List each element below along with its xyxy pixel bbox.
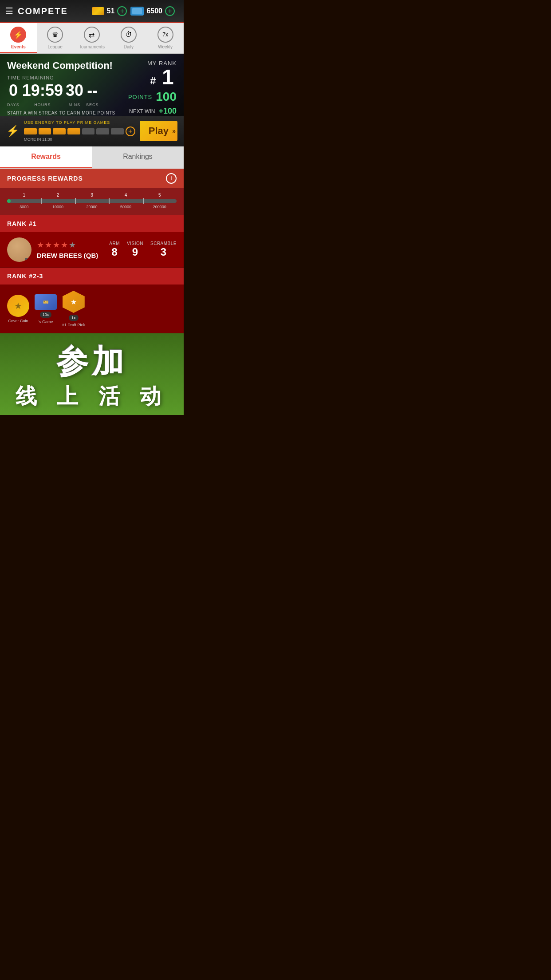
reward-coin-name: Cover Coin	[8, 319, 28, 323]
secs-unit: -- SECS	[86, 81, 99, 108]
tab-weekly[interactable]: 7x Weekly	[147, 23, 184, 53]
gold-amount: 51	[107, 7, 115, 15]
player-stats: ARM 8 VISION 9 SCRAMBLE 3	[109, 241, 177, 258]
rank23-content: ★ Cover Coin 🎫 10x 's Game ★ 1x #1 Draft…	[0, 285, 184, 333]
tab-tournaments[interactable]: ⇄ Tournaments	[74, 23, 110, 53]
tab-events[interactable]: ⚡ Events	[0, 23, 37, 53]
tab-daily[interactable]: ⏱ Daily	[110, 23, 147, 53]
sub-tabs: Rewards Rankings	[0, 146, 184, 169]
mins-label: MINS	[69, 103, 81, 107]
shield-icon: ★	[63, 291, 85, 313]
gold-icon	[92, 7, 104, 15]
info-icon[interactable]: i	[166, 173, 177, 184]
tab-league[interactable]: ♛ League	[37, 23, 74, 53]
reward-shield-name: #1 Draft Pick	[62, 323, 85, 327]
progress-bar-section: 1 2 3 4 5 3000 10000 20000 50000 200000	[0, 188, 184, 215]
weekly-icon: 7x	[157, 27, 173, 43]
rank1-header: RANK #1	[0, 215, 184, 232]
points-row: POINTS 100	[128, 90, 177, 104]
cash-currency: 6500 +	[130, 6, 175, 16]
shield-count: 1x	[69, 315, 79, 321]
energy-bar-4	[67, 128, 80, 134]
tab-events-label: Events	[11, 44, 26, 49]
tab-league-label: League	[48, 44, 63, 49]
rank-value: 1	[162, 65, 174, 89]
menu-icon[interactable]: ☰	[5, 6, 13, 16]
energy-bar-2	[39, 128, 51, 134]
rank1-header-text: RANK #1	[7, 220, 37, 227]
player-avatar: FA	[7, 237, 31, 262]
star-4: ★	[61, 240, 68, 250]
cash-icon	[130, 7, 144, 16]
add-cash-button[interactable]: +	[165, 6, 175, 16]
rank1-card: FA ★ ★ ★ ★ ★ DREW BREES (QB) ARM 8 VISIO…	[0, 232, 184, 268]
player-name: DREW BREES (QB)	[37, 252, 104, 259]
points-label: POINTS	[128, 94, 152, 100]
next-win-label: NEXT WIN	[129, 108, 155, 115]
star-5: ★	[69, 240, 76, 250]
days-value: 0	[7, 81, 20, 100]
progress-labels: 3000 10000 20000 50000 200000	[7, 205, 177, 209]
marker-2: 2	[41, 193, 75, 198]
prog-label-5: 200000	[143, 205, 177, 209]
reward-shield: ★ 1x #1 Draft Pick	[62, 291, 85, 327]
cash-amount: 6500	[146, 7, 162, 15]
star-3: ★	[53, 240, 60, 250]
timer-display: 0 DAYS 19:59 HOURS 30 MINS -- SECS	[7, 81, 128, 108]
energy-bar-section: USE ENERGY TO PLAY PRIME GAMES + MORE IN…	[24, 120, 135, 142]
tournaments-icon: ⇄	[84, 27, 100, 43]
marker-3: 3	[75, 193, 109, 198]
banner-right: MY RANK # 1 POINTS 100 NEXT WIN +100	[128, 60, 177, 116]
sub-tab-rewards[interactable]: Rewards	[0, 146, 92, 168]
marker-4: 4	[109, 193, 142, 198]
energy-bar-7	[111, 128, 124, 134]
add-gold-button[interactable]: +	[117, 6, 127, 16]
stat-scramble: SCRAMBLE 3	[150, 241, 177, 258]
player-info: ★ ★ ★ ★ ★ DREW BREES (QB)	[37, 240, 104, 259]
energy-bar-6	[96, 128, 109, 134]
rank23-header: RANK #2-3	[0, 268, 184, 285]
scramble-value: 3	[150, 246, 177, 258]
tab-tournaments-label: Tournaments	[79, 44, 105, 49]
ticket-icon: 🎫	[35, 294, 57, 310]
overlay-section: 参加 线 上 活 动	[0, 333, 184, 415]
time-section: TIME REMAINING 0 DAYS 19:59 HOURS 30 MIN…	[7, 75, 128, 108]
banner-left: Weekend Competition! TIME REMAINING 0 DA…	[7, 60, 128, 115]
prog-label-3: 20000	[75, 205, 109, 209]
header-title: COMPETE	[18, 6, 92, 16]
hours-unit: 19:59 HOURS	[22, 81, 63, 108]
star-rating: ★ ★ ★ ★ ★	[37, 240, 104, 250]
gold-currency: 51 +	[92, 6, 127, 16]
ticket-count: 10x	[40, 312, 52, 318]
mins-value: 30	[66, 81, 83, 100]
rank23-header-text: RANK #2-3	[7, 273, 43, 280]
sub-tab-rankings[interactable]: Rankings	[92, 146, 184, 168]
rank-hash: #	[150, 75, 156, 87]
energy-add-button[interactable]: +	[126, 126, 135, 136]
secs-label: SECS	[86, 103, 99, 107]
vision-label: VISION	[127, 241, 143, 246]
time-label: TIME REMAINING	[7, 75, 128, 80]
next-win-value: +100	[158, 107, 177, 116]
win-streak-notice: START A WIN STREAK TO EARN MORE POINTS	[7, 111, 128, 115]
points-value: 100	[156, 90, 177, 104]
competition-title: Weekend Competition!	[7, 60, 128, 71]
daily-icon: ⏱	[121, 27, 137, 43]
progress-rewards-title: PROGRESS REWARDS	[7, 175, 83, 182]
stat-arm: ARM 8	[109, 241, 120, 258]
energy-bars: +	[24, 126, 135, 136]
hours-value: 19:59	[22, 81, 63, 100]
marker-5: 5	[143, 193, 177, 198]
chinese-text-large: 参加	[7, 342, 177, 380]
chinese-text-small: 线 上 活 动	[7, 382, 177, 411]
progress-rewards-header: PROGRESS REWARDS i	[0, 169, 184, 188]
play-button[interactable]: Play	[140, 121, 177, 141]
scramble-label: SCRAMBLE	[150, 241, 177, 246]
progress-track	[7, 199, 177, 203]
rankings-tab-label: Rankings	[123, 153, 153, 160]
energy-bar-1	[24, 128, 37, 134]
energy-bar-5	[82, 128, 95, 134]
marker-1: 1	[7, 193, 41, 198]
arm-value: 8	[109, 246, 120, 258]
mins-unit: 30 MINS	[66, 81, 83, 108]
